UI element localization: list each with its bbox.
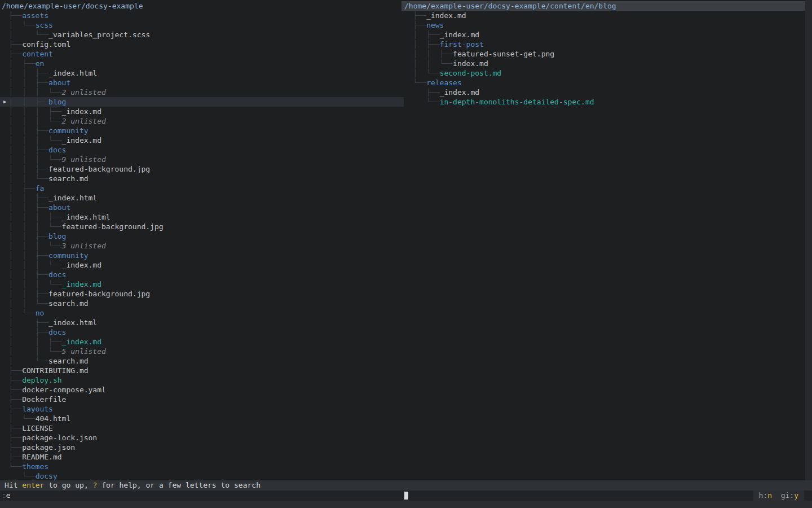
tree-row[interactable]: │ └──404.html xyxy=(0,414,404,423)
tree-branch: ├── xyxy=(0,11,22,20)
tree-row[interactable]: │ │ ├──_index.md xyxy=(0,337,404,347)
tree-row[interactable]: │ │ ├──featured-background.jpg xyxy=(0,164,404,174)
tree-row[interactable]: │ └──no xyxy=(0,308,404,318)
tree-row[interactable]: ├──content xyxy=(0,49,404,59)
directory-name: first-post xyxy=(440,40,484,49)
tree-row[interactable]: ├──_index.md xyxy=(401,87,805,97)
file-name: _index.md xyxy=(62,107,102,116)
left-panel-input[interactable]: :e xyxy=(2,491,11,501)
tree-branch: │ │ │ └── xyxy=(0,155,62,164)
flag-separator xyxy=(772,491,781,500)
tree-branch: │ │ ├── xyxy=(0,203,48,212)
directory-name: docs xyxy=(48,270,66,279)
tree-row[interactable]: │ │ ├──docs xyxy=(0,270,404,279)
tree-row[interactable]: │ │ ├──_index.html xyxy=(0,193,404,203)
file-name: search.md xyxy=(48,174,88,183)
tree-branch: │ ├── xyxy=(0,328,48,336)
file-name: featured-background.jpg xyxy=(48,290,150,298)
tree-row[interactable]: │ └──second-post.md xyxy=(401,68,805,78)
tree-row[interactable]: ├──Dockerfile xyxy=(0,395,404,404)
tree-branch: │ │ │ └── xyxy=(0,222,62,231)
tree-row[interactable]: │ ├──fa xyxy=(0,183,404,193)
tree-row[interactable]: │ ├──first-post xyxy=(401,40,805,49)
status-text-segment: Hit xyxy=(5,481,22,489)
panel-right-path[interactable]: /home/example-user/docsy-example/content… xyxy=(401,1,805,11)
tree-row[interactable]: ├──assets xyxy=(0,11,404,20)
tree-row[interactable]: ├──package.json xyxy=(0,443,404,452)
flag-label: gi: xyxy=(781,491,794,500)
tree-row[interactable]: ├──_index.md xyxy=(401,11,805,20)
tree-row[interactable]: │ │ ├──community xyxy=(0,251,404,260)
tree-row[interactable]: │ │ │ ├──_index.md xyxy=(0,107,404,116)
tree-row[interactable]: ├──layouts xyxy=(0,404,404,414)
tree-row[interactable]: └──releases xyxy=(401,78,805,87)
unlisted-count: 3 unlisted xyxy=(62,242,106,250)
directory-name: content xyxy=(22,50,53,58)
tree-row[interactable]: │ │ │ └──_index.md xyxy=(0,279,404,289)
tree-row[interactable]: │ │ ├──_index.html xyxy=(0,68,404,78)
tree-branch: ├── xyxy=(0,433,22,442)
tree-row[interactable]: │ ├──docs xyxy=(0,327,404,337)
tree-row[interactable]: ▶ │ │ ├──blog xyxy=(0,97,404,107)
tree-row[interactable]: │ └──search.md xyxy=(0,356,404,366)
tree-branch: │ │ │ └── xyxy=(0,117,62,125)
tree-row[interactable]: │ │ │ └──featured-background.jpg xyxy=(0,222,404,231)
tree-row[interactable]: │ │ │ └──_index.md xyxy=(0,135,404,145)
tree-row[interactable]: ├──news xyxy=(401,20,805,30)
file-name: README.md xyxy=(22,453,61,461)
directory-name: layouts xyxy=(22,405,53,413)
tree-row[interactable]: │ │ └──search.md xyxy=(0,174,404,183)
panel-left-path[interactable]: /home/example-user/docsy-example xyxy=(0,1,404,11)
scrollbar-track[interactable] xyxy=(805,0,812,480)
tree-row[interactable]: │ │ └──index.md xyxy=(401,59,805,68)
tree-row[interactable]: │ │ ├──about xyxy=(0,203,404,212)
unlisted-count: 2 unlisted xyxy=(62,88,106,97)
tree-row[interactable]: └──docsy xyxy=(0,471,404,480)
tree-row[interactable]: │ │ ├──featured-background.jpg xyxy=(0,289,404,299)
tree-row[interactable]: │ │ ├──blog xyxy=(0,231,404,241)
tree-row[interactable]: └──in-depth-monoliths-detailed-spec.md xyxy=(401,97,805,107)
tree-row[interactable]: │ │ └──5 unlisted xyxy=(0,347,404,356)
tree-row[interactable]: │ │ ├──featured-sunset-get.png xyxy=(401,49,805,59)
tree-row[interactable]: │ │ │ └──9 unlisted xyxy=(0,155,404,164)
mode-flags: h:n gi:y xyxy=(753,491,804,501)
tree-row[interactable]: ├──config.toml xyxy=(0,40,404,49)
tree-row[interactable]: │ │ │ └──2 unlisted xyxy=(0,87,404,97)
tree-branch: ├── xyxy=(0,424,22,432)
tree-row[interactable]: ├──deploy.sh xyxy=(0,375,404,385)
tree-row[interactable]: │ └──scss xyxy=(0,20,404,30)
directory-name: about xyxy=(48,78,70,87)
tree-row[interactable]: ├──package-lock.json xyxy=(0,433,404,443)
flag-value: n xyxy=(767,491,772,500)
tree-branch: ├── xyxy=(0,453,22,461)
tree-row[interactable]: │ │ └──search.md xyxy=(0,299,404,308)
tree-row[interactable]: │ │ │ └──_index.md xyxy=(0,260,404,270)
input-prompt: : xyxy=(2,491,6,500)
tree-row[interactable]: ├──LICENSE xyxy=(0,423,404,433)
tree-row[interactable]: │ └──_variables_project.scss xyxy=(0,30,404,40)
tree-row[interactable]: │ │ ├──about xyxy=(0,78,404,87)
tree-branch: │ │ ├── xyxy=(0,126,48,135)
tree-row[interactable]: │ ├──en xyxy=(0,59,404,68)
tree-branch: └── xyxy=(404,78,426,87)
tree-row[interactable]: │ │ │ ├──_index.html xyxy=(0,212,404,222)
tree-row[interactable]: ├──README.md xyxy=(0,452,404,462)
tree-row[interactable]: │ │ ├──docs xyxy=(0,145,404,155)
tree-row[interactable]: └──themes xyxy=(0,462,404,471)
tree-branch: │ └── xyxy=(0,309,36,317)
tree-row[interactable]: ├──CONTRIBUTING.md xyxy=(0,366,404,375)
tree-row[interactable]: │ │ │ └──3 unlisted xyxy=(0,241,404,251)
directory-name: en xyxy=(36,59,45,68)
tree-branch: │ │ │ └── xyxy=(0,261,62,269)
tree-branch: ├── xyxy=(0,40,22,49)
tree-row[interactable]: │ │ │ └──2 unlisted xyxy=(0,116,404,126)
directory-name: docsy xyxy=(36,472,58,480)
tree-row[interactable]: │ ├──_index.html xyxy=(0,318,404,327)
tree-row[interactable]: ├──docker-compose.yaml xyxy=(0,385,404,395)
tree-row[interactable]: │ │ ├──community xyxy=(0,126,404,135)
tree-branch: ├── xyxy=(0,405,22,413)
directory-name: news xyxy=(426,21,444,29)
tree-row[interactable]: │ ├──_index.md xyxy=(401,30,805,40)
unlisted-count: 9 unlisted xyxy=(62,155,106,164)
directory-name: community xyxy=(48,251,88,260)
